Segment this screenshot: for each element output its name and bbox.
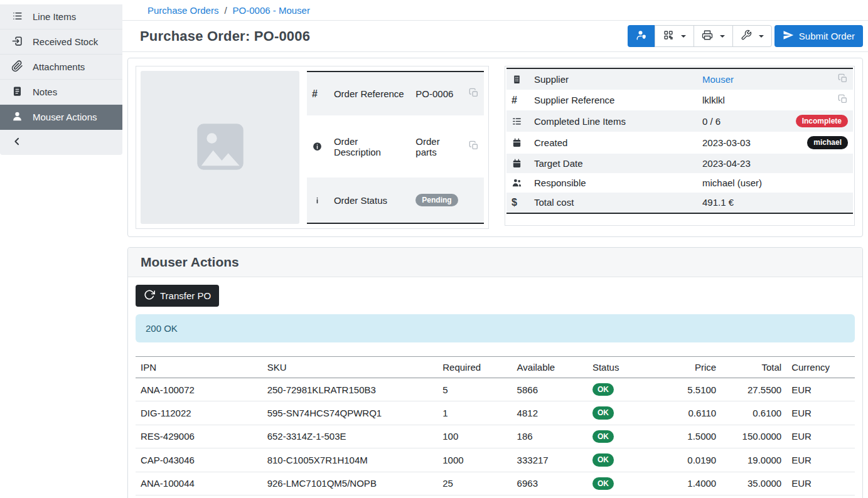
cell-available: 333217: [512, 448, 587, 472]
status-badge: OK: [592, 430, 614, 443]
cell-price: 0.6110: [652, 401, 721, 425]
image-placeholder-icon: [185, 116, 255, 179]
cell-currency: EUR: [786, 378, 855, 401]
copy-icon[interactable]: [469, 88, 479, 98]
order-actions-button[interactable]: [732, 25, 772, 47]
line-items-table: IPN SKU Required Available Status Price …: [136, 356, 855, 498]
cell-total: 27.5500: [721, 378, 786, 401]
cell-price: 1.5000: [652, 425, 721, 448]
breadcrumb-separator: /: [224, 5, 227, 16]
hash-icon: #: [512, 95, 517, 105]
copy-icon[interactable]: [838, 73, 848, 83]
barcode-actions-button[interactable]: [655, 25, 694, 47]
detail-value: PO-0006: [410, 72, 463, 115]
detail-label: Created: [529, 132, 697, 153]
chevron-down-icon: [681, 35, 686, 38]
cell-currency: EUR: [786, 448, 855, 472]
admin-actions-button[interactable]: [628, 25, 655, 47]
detail-label: Order Reference: [329, 72, 410, 115]
transfer-po-button[interactable]: Transfer PO: [136, 285, 219, 307]
cell-currency: EUR: [786, 401, 855, 425]
cell-ipn: CAP-043046: [136, 448, 262, 472]
order-summary-box: # Order Reference PO-0006 Order Descript…: [136, 66, 489, 229]
cell-total: 268.8400: [721, 495, 786, 498]
calendar-icon: [512, 158, 522, 169]
copy-icon[interactable]: [838, 94, 848, 104]
hash-icon: #: [312, 88, 318, 99]
detail-row-supplier: Supplier Mouser: [506, 68, 853, 90]
building-icon: [512, 74, 522, 85]
page-title: Purchase Order: PO-0006: [140, 28, 310, 45]
cell-ipn: DIG-112022: [136, 401, 262, 425]
app-window: Line Items Received Stock Attachments No…: [0, 0, 868, 498]
cell-required: 25: [437, 472, 512, 495]
submit-order-button[interactable]: Submit Order: [774, 25, 863, 47]
order-details-panel: # Order Reference PO-0006 Order Descript…: [127, 58, 863, 237]
detail-label: Supplier: [529, 68, 697, 90]
cell-available: 5866: [512, 378, 587, 401]
cell-sku: 250-72981KLRATR150B3: [262, 378, 438, 401]
chevron-down-icon: [759, 35, 764, 38]
sidebar-item-label: Mouser Actions: [33, 112, 97, 122]
send-icon: [783, 29, 794, 43]
print-actions-button[interactable]: [694, 25, 733, 47]
panel-header: Mouser Actions: [128, 248, 862, 277]
breadcrumb: Purchase Orders / PO-0006 - Mouser: [122, 0, 868, 21]
cell-currency: EUR: [786, 472, 855, 495]
column-header-required: Required: [437, 357, 512, 378]
chevron-left-icon: [11, 135, 23, 149]
cell-available: 4812: [512, 401, 587, 425]
cell-price: 0.0190: [652, 448, 721, 472]
detail-row-completed-line-items: Completed Line Items 0 / 6 Incomplete: [506, 110, 853, 132]
detail-row-responsible: Responsible michael (user): [506, 173, 853, 193]
sidebar-item-attachments[interactable]: Attachments: [0, 55, 122, 80]
transfer-po-label: Transfer PO: [160, 290, 211, 301]
sidebar: Line Items Received Stock Attachments No…: [0, 0, 122, 498]
users-icon: [512, 177, 522, 188]
breadcrumb-link-purchase-orders[interactable]: Purchase Orders: [147, 5, 218, 16]
cell-available: 186: [512, 425, 587, 448]
copy-icon[interactable]: [469, 140, 479, 151]
table-row: ANA-100044 926-LMC7101QM5/NOPB 25 6963 O…: [136, 472, 855, 495]
table-row: DIG-112022 595-SN74HCS74QPWRQ1 1 4812 OK…: [136, 401, 855, 425]
column-header-currency: Currency: [786, 357, 855, 378]
sidebar-collapse-button[interactable]: [0, 130, 122, 155]
currency-dollar-icon: $: [512, 197, 517, 208]
sidebar-item-notes[interactable]: Notes: [0, 80, 122, 105]
printer-icon: [702, 29, 713, 43]
main-area: Purchase Orders / PO-0006 - Mouser Purch…: [122, 0, 868, 498]
paperclip-icon: [11, 60, 23, 74]
cell-currency: EUR: [786, 495, 855, 498]
supplier-details-table: Supplier Mouser # Supplier Reference lkl…: [506, 68, 853, 214]
sidebar-item-received-stock[interactable]: Received Stock: [0, 29, 122, 55]
cell-total: 19.0000: [721, 448, 786, 472]
column-header-ipn: IPN: [136, 357, 262, 378]
detail-value: michael (user): [697, 173, 791, 193]
detail-value: 2023-03-03: [697, 132, 791, 153]
cell-price: 5.7200: [652, 495, 721, 498]
status-badge: OK: [592, 453, 614, 466]
cell-sku: 595-SN74HCS74QPWRQ1: [262, 401, 438, 425]
sidebar-item-mouser-actions[interactable]: Mouser Actions: [0, 105, 122, 130]
status-badge: OK: [592, 477, 614, 490]
sidebar-item-line-items[interactable]: Line Items: [0, 4, 122, 29]
cell-total: 35.0000: [721, 472, 786, 495]
detail-row-order-status: Order Status Pending: [307, 177, 484, 223]
sidebar-item-label: Line Items: [33, 11, 76, 22]
status-badge: OK: [592, 406, 614, 419]
status-badge: Pending: [415, 194, 458, 206]
chevron-down-icon: [720, 35, 725, 38]
cell-sku: 611-110.107.011/0205: [262, 495, 438, 498]
detail-value: 0 / 6: [697, 110, 791, 132]
detail-label: Completed Line Items: [529, 110, 697, 132]
mouser-actions-panel: Mouser Actions Transfer PO 200 OK: [127, 247, 863, 498]
table-row: SWT-200005 611-110.107.011/0205 47 47 OK…: [136, 495, 855, 498]
detail-label: Supplier Reference: [529, 90, 697, 110]
table-header-row: IPN SKU Required Available Status Price …: [136, 357, 855, 378]
breadcrumb-link-po-0006[interactable]: PO-0006 - Mouser: [233, 5, 310, 16]
order-image-placeholder[interactable]: [141, 71, 299, 224]
detail-value: 491.1 €: [697, 193, 791, 213]
supplier-link[interactable]: Mouser: [702, 74, 734, 85]
refresh-icon: [144, 289, 155, 302]
status-alert: 200 OK: [136, 314, 855, 342]
